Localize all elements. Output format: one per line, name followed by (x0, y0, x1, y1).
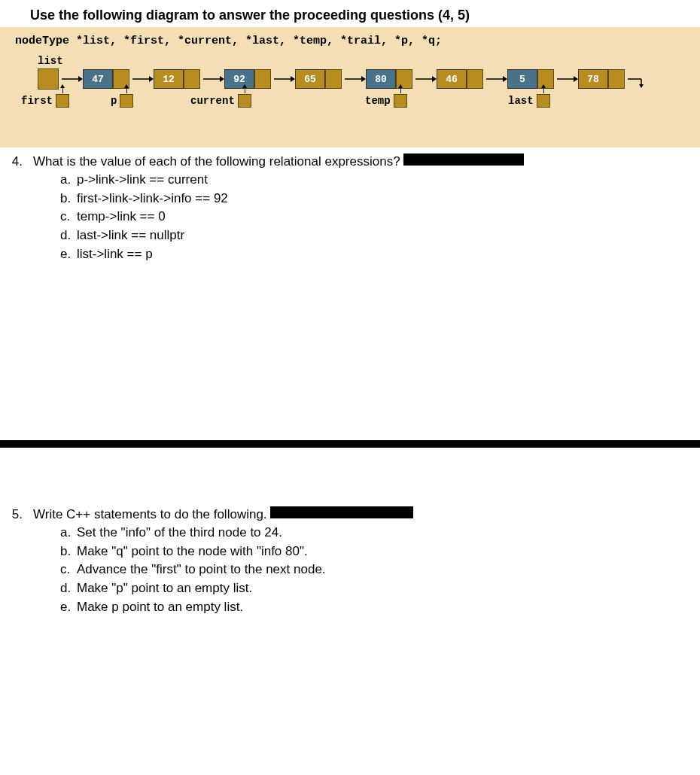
node-link-box (254, 69, 271, 89)
node-link-box (537, 69, 554, 89)
pointer-box (238, 94, 251, 108)
pointer-box (394, 94, 407, 108)
question-5: 5. Write C++ statements to do the follow… (8, 506, 692, 522)
arrow-icon (557, 69, 578, 89)
list-head-box (38, 68, 59, 90)
list-item: a.p->link->link == current (60, 171, 692, 190)
node-info: 47 (83, 69, 113, 89)
page-title: Use the following diagram to answer the … (0, 0, 700, 27)
pointer-box (537, 94, 550, 108)
question-prompt: What is the value of each of the followi… (33, 154, 400, 169)
node-7: 5 (507, 69, 554, 89)
pointer-box (120, 94, 133, 108)
pointer-box (56, 94, 69, 108)
node-info: 65 (295, 69, 325, 89)
question-5-items: a.Set the "info" of the third node to 24… (8, 524, 692, 616)
list-item: e. Make p point to an empty list. (60, 598, 692, 617)
node-2: 12 (154, 69, 200, 89)
section-divider (0, 440, 700, 448)
pointer-labels-row: first p current temp last (8, 94, 696, 117)
node-3: 92 (224, 69, 271, 89)
svg-marker-9 (361, 76, 366, 82)
node-1: 47 (83, 69, 129, 89)
arrow-icon (415, 69, 437, 89)
question-4-items: a.p->link->link == current b.first->link… (8, 171, 692, 263)
pointer-first: first (21, 94, 69, 108)
pointer-current: current (190, 94, 251, 108)
svg-marker-18 (639, 84, 644, 88)
svg-marker-3 (149, 76, 154, 82)
list-item: b.Make "q" point to the node with "info … (60, 542, 692, 561)
arrow-icon (345, 69, 366, 89)
svg-marker-5 (220, 76, 224, 82)
pointer-label: temp (365, 95, 391, 107)
arrow-icon (203, 69, 224, 89)
arrow-icon (132, 69, 154, 89)
question-number: 5. (8, 507, 23, 522)
node-info: 46 (437, 69, 467, 89)
pointer-label: first (21, 95, 53, 107)
node-link-box (325, 69, 342, 89)
svg-marker-7 (291, 76, 295, 82)
list-item: e.list->link == p (60, 245, 692, 264)
linked-list-diagram: nodeType *list, *first, *current, *last,… (0, 27, 700, 147)
redacted-bar (403, 153, 524, 166)
list-label: list (8, 55, 696, 67)
svg-marker-13 (503, 76, 507, 82)
list-item: d.Make "p" point to an empty list. (60, 579, 692, 598)
node-4: 65 (295, 69, 342, 89)
svg-marker-15 (574, 76, 578, 82)
list-item: b.first->link->link->info == 92 (60, 190, 692, 208)
nodes-row: 47 12 92 65 80 (8, 68, 696, 90)
list-item: c.temp->link == 0 (60, 208, 692, 226)
null-arrow-icon (628, 69, 649, 89)
pointer-declaration: nodeType *list, *first, *current, *last,… (8, 35, 696, 47)
node-link-box (608, 69, 625, 89)
svg-marker-1 (78, 76, 83, 82)
redacted-bar (270, 506, 413, 518)
node-info: 80 (366, 69, 396, 89)
pointer-label: p (111, 95, 117, 107)
pointer-last: last (508, 94, 550, 108)
arrow-icon (486, 69, 507, 89)
node-info: 12 (154, 69, 184, 89)
question-4: 4. What is the value of each of the foll… (8, 153, 692, 169)
pointer-temp: temp (365, 94, 407, 108)
node-link-box (184, 69, 200, 89)
node-link-box (467, 69, 483, 89)
node-6: 46 (437, 69, 483, 89)
arrow-icon (62, 69, 83, 89)
list-item: d.last->link == nullptr (60, 226, 692, 245)
question-prompt: Write C++ statements to do the following… (33, 507, 267, 522)
node-5: 80 (366, 69, 412, 89)
node-info: 78 (578, 69, 608, 89)
node-info: 92 (224, 69, 254, 89)
pointer-label: current (190, 95, 235, 107)
node-8: 78 (578, 69, 625, 89)
pointer-p: p (111, 94, 133, 108)
svg-marker-11 (432, 76, 437, 82)
list-item: a.Set the "info" of the third node to 24… (60, 524, 692, 542)
question-number: 4. (8, 154, 23, 169)
pointer-label: last (508, 95, 534, 107)
arrow-icon (274, 69, 295, 89)
node-info: 5 (507, 69, 537, 89)
list-item: c.Advance the "first" to point to the ne… (60, 561, 692, 579)
